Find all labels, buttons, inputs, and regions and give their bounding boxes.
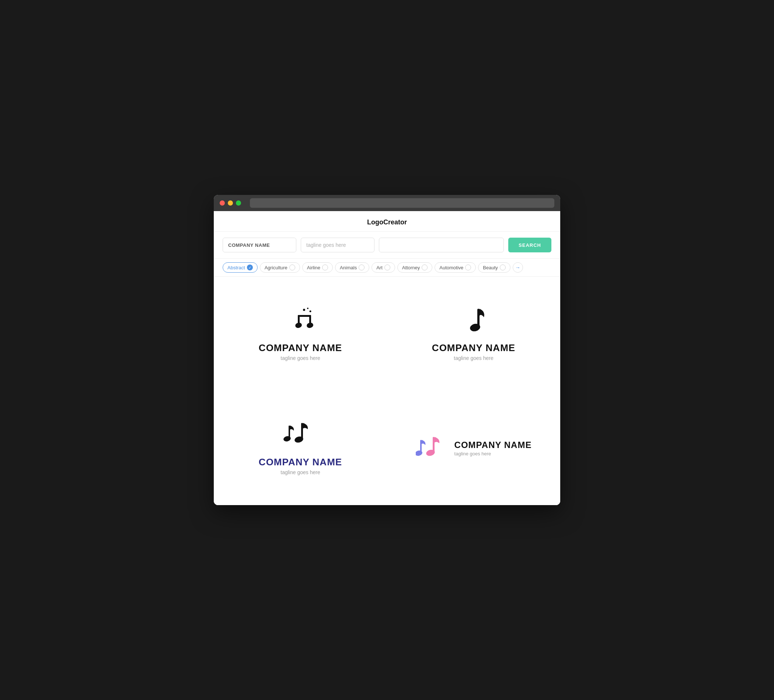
svg-point-0	[303, 309, 305, 311]
check-icon-art	[384, 264, 390, 271]
svg-rect-10	[289, 426, 290, 438]
logo4-company-name: COMPANY NAME	[455, 440, 532, 450]
logo1-tagline: tagline goes here	[281, 355, 320, 361]
logo2-company-name: COMPANY NAME	[432, 342, 515, 354]
category-chip-beauty[interactable]: Beauty	[478, 262, 510, 272]
category-chip-abstract[interactable]: Abstract ✓	[223, 262, 258, 272]
category-chip-airline[interactable]: Airline	[302, 262, 333, 272]
logo-card-4[interactable]: COMPANY NAME tagline goes here	[387, 391, 560, 505]
check-icon-beauty	[500, 264, 506, 271]
svg-rect-12	[301, 423, 303, 438]
svg-point-11	[283, 435, 291, 442]
check-icon-agriculture	[289, 264, 295, 271]
browser-window: LogoCreator SEARCH Abstract ✓ Agricultur…	[214, 195, 560, 505]
svg-rect-8	[477, 309, 480, 327]
category-label-abstract: Abstract	[227, 265, 245, 271]
logo-grid: COMPANY NAME tagline goes here COMPANY N…	[214, 277, 560, 505]
svg-point-1	[307, 308, 309, 309]
svg-rect-3	[298, 315, 311, 317]
sparkle-music-icon	[284, 307, 317, 336]
tagline-input[interactable]	[301, 238, 374, 253]
check-icon-attorney	[422, 264, 428, 271]
logo-card-3[interactable]: COMPANY NAME tagline goes here	[214, 391, 387, 505]
svg-rect-14	[420, 440, 422, 452]
category-chip-animals[interactable]: Animals	[335, 262, 369, 272]
category-chip-automotive[interactable]: Automotive	[435, 262, 476, 272]
category-label-airline: Airline	[307, 265, 320, 271]
search-bar: SEARCH	[214, 232, 560, 259]
check-icon-airline	[322, 264, 328, 271]
category-bar: Abstract ✓ Agriculture Airline Animals A…	[214, 259, 560, 277]
category-chip-art[interactable]: Art	[372, 262, 395, 272]
logo1-company-name: COMPANY NAME	[259, 342, 342, 354]
category-label-automotive: Automotive	[439, 265, 463, 271]
single-music-icon	[459, 307, 488, 336]
logo-card-1[interactable]: COMPANY NAME tagline goes here	[214, 277, 387, 391]
svg-point-15	[416, 450, 423, 457]
logo3-company-name: COMPANY NAME	[259, 456, 342, 468]
minimize-button[interactable]	[228, 200, 233, 206]
category-label-agriculture: Agriculture	[265, 265, 288, 271]
svg-point-7	[306, 322, 314, 328]
search-button[interactable]: SEARCH	[508, 238, 551, 253]
category-chip-agriculture[interactable]: Agriculture	[260, 262, 300, 272]
colorful-music-icon	[416, 433, 447, 463]
company-name-input[interactable]	[223, 238, 296, 253]
category-chip-attorney[interactable]: Attorney	[397, 262, 432, 272]
app-content: LogoCreator SEARCH Abstract ✓ Agricultur…	[214, 211, 560, 505]
category-label-attorney: Attorney	[402, 265, 420, 271]
address-bar[interactable]	[250, 198, 554, 208]
logo4-tagline: tagline goes here	[455, 451, 532, 456]
keyword-input[interactable]	[379, 238, 504, 253]
app-title: LogoCreator	[367, 218, 407, 226]
category-label-beauty: Beauty	[483, 265, 498, 271]
svg-point-2	[309, 310, 311, 312]
double-music-icon	[282, 421, 319, 451]
maximize-button[interactable]	[236, 200, 241, 206]
logo-card-2[interactable]: COMPANY NAME tagline goes here	[387, 277, 560, 391]
check-icon-automotive	[465, 264, 471, 271]
logo4-text-group: COMPANY NAME tagline goes here	[455, 440, 532, 456]
check-icon-abstract: ✓	[247, 264, 253, 271]
category-nav-right[interactable]: →	[513, 262, 523, 272]
svg-rect-16	[433, 437, 435, 452]
logo2-tagline: tagline goes here	[454, 355, 493, 361]
svg-point-6	[294, 322, 302, 328]
category-label-animals: Animals	[340, 265, 357, 271]
category-label-art: Art	[376, 265, 382, 271]
app-header: LogoCreator	[214, 211, 560, 232]
close-button[interactable]	[220, 200, 225, 206]
logo3-tagline: tagline goes here	[281, 469, 320, 475]
check-icon-animals	[359, 264, 364, 271]
browser-titlebar	[214, 195, 560, 211]
